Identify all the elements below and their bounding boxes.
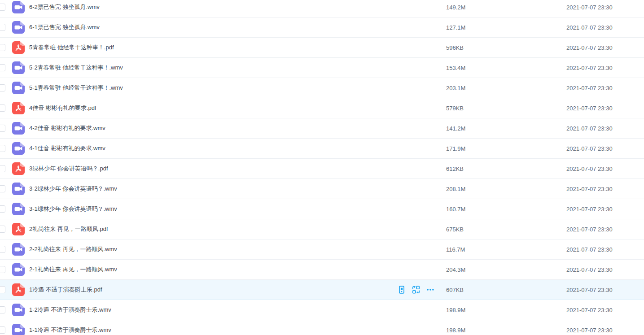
file-name-zone: 1冷遇 不适于演奏爵士乐.pdf [25, 286, 446, 294]
video-file-icon [12, 61, 25, 74]
file-name[interactable]: 5-1青春常驻 他经常干这种事！.wmv [29, 84, 123, 92]
video-file-icon [12, 142, 25, 155]
file-name-zone: 2礼尚往来 再见，一路顺风.pdf [25, 225, 446, 233]
file-row[interactable]: 1-1冷遇 不适于演奏爵士乐.wmv [0, 320, 644, 335]
file-name[interactable]: 2礼尚往来 再见，一路顺风.pdf [29, 225, 108, 233]
file-row[interactable]: 5-2青春常驻 他经常干这种事！.wmv [0, 58, 644, 78]
row-checkbox[interactable] [0, 306, 5, 313]
row-checkbox[interactable] [0, 226, 5, 233]
row-checkbox[interactable] [0, 266, 5, 273]
file-name[interactable]: 2-2礼尚往来 再见，一路顺风.wmv [29, 245, 117, 253]
file-name-zone: 2-1礼尚往来 再见，一路顺风.wmv [25, 265, 446, 274]
file-name-zone: 3绿林少年 你会讲英语吗？.pdf [25, 165, 446, 173]
file-name[interactable]: 5青春常驻 他经常干这种事！.pdf [29, 44, 114, 52]
file-name-zone: 5青春常驻 他经常干这种事！.pdf [25, 44, 446, 52]
file-name-zone: 2-2礼尚往来 再见，一路顺风.wmv [25, 245, 446, 253]
file-row[interactable]: 3-1绿林少年 你会讲英语吗？.wmv [0, 199, 644, 219]
row-checkbox[interactable] [0, 125, 5, 132]
file-date: 2021-07-07 23:30 [566, 186, 644, 192]
video-file-icon [12, 304, 25, 316]
row-checkbox[interactable] [0, 246, 5, 253]
row-checkbox[interactable] [0, 4, 5, 11]
video-file-icon [12, 122, 25, 135]
file-name-zone: 1-2冷遇 不适于演奏爵士乐.wmv [25, 306, 446, 314]
file-name-zone: 4-2佳音 彬彬有礼的要求.wmv [25, 124, 446, 132]
file-row[interactable]: 1冷遇 不适于演奏爵士乐.pdf [0, 280, 644, 300]
file-size: 203.1M [446, 85, 566, 91]
file-name-zone: 4佳音 彬彬有礼的要求.pdf [25, 104, 446, 112]
file-row[interactable]: 4-2佳音 彬彬有礼的要求.wmv [0, 118, 644, 139]
file-date: 2021-07-07 23:30 [566, 4, 644, 11]
file-name[interactable]: 4佳音 彬彬有礼的要求.pdf [29, 104, 96, 112]
row-checkbox[interactable] [0, 165, 5, 172]
file-size: 153.4M [446, 65, 566, 71]
file-name[interactable]: 5-2青春常驻 他经常干这种事！.wmv [29, 64, 123, 72]
file-name[interactable]: 4-2佳音 彬彬有礼的要求.wmv [29, 124, 105, 132]
file-name[interactable]: 6-1票已售完 独坐孤舟.wmv [29, 23, 100, 31]
file-size: 198.9M [446, 327, 566, 334]
file-row[interactable]: 5青春常驻 他经常干这种事！.pdf [0, 38, 644, 58]
video-file-icon [12, 243, 25, 256]
file-date: 2021-07-07 23:30 [566, 307, 644, 313]
pdf-file-icon [12, 223, 25, 235]
file-size: 579KB [446, 105, 566, 112]
file-size: 149.2M [446, 4, 566, 11]
file-name[interactable]: 2-1礼尚往来 再见，一路顺风.wmv [29, 265, 117, 274]
file-date: 2021-07-07 23:30 [566, 85, 644, 91]
file-row[interactable]: 6-1票已售完 独坐孤舟.wmv [0, 17, 644, 38]
row-checkbox[interactable] [0, 104, 5, 112]
pdf-file-icon [12, 162, 25, 175]
save-to-phone-icon [398, 286, 406, 294]
file-row[interactable]: 1-2冷遇 不适于演奏爵士乐.wmv [0, 300, 644, 320]
file-row[interactable]: 2礼尚往来 再见，一路顺风.pdf [0, 219, 644, 239]
file-date: 2021-07-07 23:30 [566, 105, 644, 112]
row-checkbox[interactable] [0, 145, 5, 152]
file-row[interactable]: 4佳音 彬彬有礼的要求.pdf [0, 98, 644, 118]
file-name-zone: 6-1票已售完 独坐孤舟.wmv [25, 23, 446, 31]
file-name[interactable]: 3-2绿林少年 你会讲英语吗？.wmv [29, 185, 117, 193]
file-name-zone: 6-2票已售完 独坐孤舟.wmv [25, 3, 446, 11]
row-checkbox[interactable] [0, 44, 5, 51]
row-checkbox[interactable] [0, 205, 5, 213]
row-checkbox[interactable] [0, 84, 5, 91]
file-row[interactable]: 2-2礼尚往来 再见，一路顺风.wmv [0, 239, 644, 260]
more-button[interactable] [426, 286, 434, 294]
file-row[interactable]: 5-1青春常驻 他经常干这种事！.wmv [0, 78, 644, 98]
file-name-zone: 1-1冷遇 不适于演奏爵士乐.wmv [25, 326, 446, 334]
row-checkbox[interactable] [0, 64, 5, 71]
pdf-file-icon [12, 102, 25, 114]
file-date: 2021-07-07 23:30 [566, 24, 644, 31]
row-checkbox[interactable] [0, 286, 5, 293]
file-name-zone: 5-2青春常驻 他经常干这种事！.wmv [25, 64, 446, 72]
file-size: 612KB [446, 165, 566, 172]
video-file-icon [12, 183, 25, 195]
file-name[interactable]: 1-1冷遇 不适于演奏爵士乐.wmv [29, 326, 111, 334]
file-row[interactable]: 3绿林少年 你会讲英语吗？.pdf [0, 159, 644, 179]
file-size: 596KB [446, 44, 566, 51]
file-size: 116.7M [446, 246, 566, 253]
share-button[interactable] [412, 286, 420, 294]
file-size: 208.1M [446, 186, 566, 192]
file-name[interactable]: 4-1佳音 彬彬有礼的要求.wmv [29, 144, 105, 152]
row-checkbox[interactable] [0, 326, 5, 334]
file-name[interactable]: 6-2票已售完 独坐孤舟.wmv [29, 3, 100, 11]
share-icon [412, 286, 420, 294]
row-checkbox[interactable] [0, 24, 5, 31]
file-row[interactable]: 3-2绿林少年 你会讲英语吗？.wmv [0, 179, 644, 199]
file-name-zone: 3-1绿林少年 你会讲英语吗？.wmv [25, 205, 446, 213]
file-date: 2021-07-07 23:30 [566, 125, 644, 132]
more-dots-icon [426, 286, 434, 294]
file-date: 2021-07-07 23:30 [566, 226, 644, 233]
file-name[interactable]: 1冷遇 不适于演奏爵士乐.pdf [29, 286, 102, 294]
file-name[interactable]: 1-2冷遇 不适于演奏爵士乐.wmv [29, 306, 111, 314]
row-checkbox[interactable] [0, 185, 5, 192]
file-row[interactable]: 2-1礼尚往来 再见，一路顺风.wmv [0, 260, 644, 280]
file-name[interactable]: 3绿林少年 你会讲英语吗？.pdf [29, 165, 108, 173]
file-row[interactable]: 4-1佳音 彬彬有礼的要求.wmv [0, 139, 644, 159]
video-file-icon [12, 324, 25, 335]
file-name[interactable]: 3-1绿林少年 你会讲英语吗？.wmv [29, 205, 117, 213]
save-to-phone-button[interactable] [398, 286, 406, 294]
file-row[interactable]: 6-2票已售完 独坐孤舟.wmv [0, 0, 644, 17]
video-file-icon [12, 82, 25, 94]
file-date: 2021-07-07 23:30 [566, 65, 644, 71]
